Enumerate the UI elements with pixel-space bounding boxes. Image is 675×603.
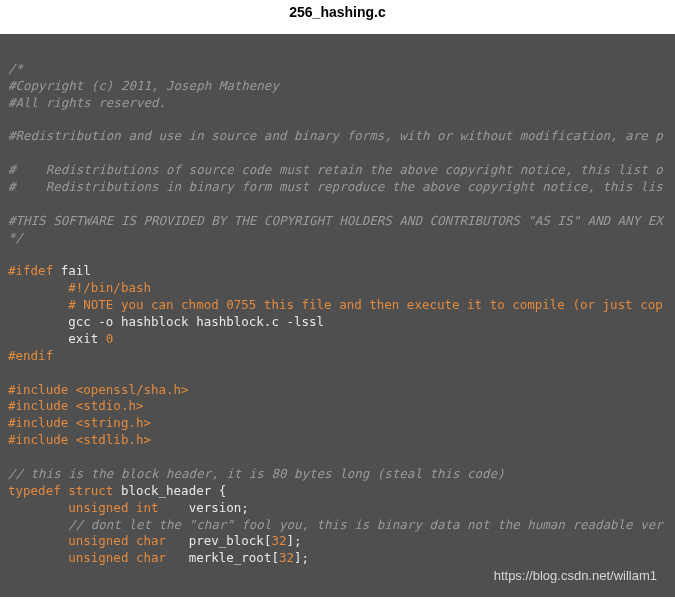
comment-line: // this is the block header, it is 80 by…	[8, 466, 505, 481]
typedef-line: typedef struct block_header {	[8, 483, 226, 498]
field-line: unsigned char merkle_root[32];	[8, 550, 309, 565]
comment-line: #THIS SOFTWARE IS PROVIDED BY THE COPYRI…	[8, 213, 663, 228]
include-line: #include <stdlib.h>	[8, 432, 151, 447]
comment-line: # Redistributions in binary form must re…	[8, 179, 663, 194]
comment-line: /*	[8, 61, 23, 76]
file-title: 256_hashing.c	[0, 0, 675, 34]
endif-line: #endif	[8, 348, 53, 363]
field-line: unsigned int version;	[8, 500, 249, 515]
code-block: /* #Copyright (c) 2011, Joseph Matheney …	[0, 34, 675, 597]
comment-line: #Redistribution and use in source and bi…	[8, 128, 663, 143]
comment-line: # Redistributions of source code must re…	[8, 162, 663, 177]
comment-line: // dont let the "char" fool you, this is…	[8, 517, 663, 532]
shebang-line: #!/bin/bash	[8, 280, 151, 295]
comment-line: #All rights reserved.	[8, 95, 166, 110]
comment-line: */	[8, 230, 23, 245]
include-line: #include <string.h>	[8, 415, 151, 430]
field-line: unsigned char prev_block[32];	[8, 533, 302, 548]
gcc-line: gcc -o hashblock hashblock.c -lssl	[8, 314, 324, 329]
ifdef-line: #ifdef fail	[8, 263, 91, 278]
exit-line: exit 0	[8, 331, 113, 346]
include-line: #include <stdio.h>	[8, 398, 143, 413]
watermark-text: https://blog.csdn.net/willam1	[494, 568, 657, 583]
comment-line: #Copyright (c) 2011, Joseph Matheney	[8, 78, 279, 93]
include-line: #include <openssl/sha.h>	[8, 382, 189, 397]
note-line: # NOTE you can chmod 0755 this file and …	[8, 297, 663, 312]
